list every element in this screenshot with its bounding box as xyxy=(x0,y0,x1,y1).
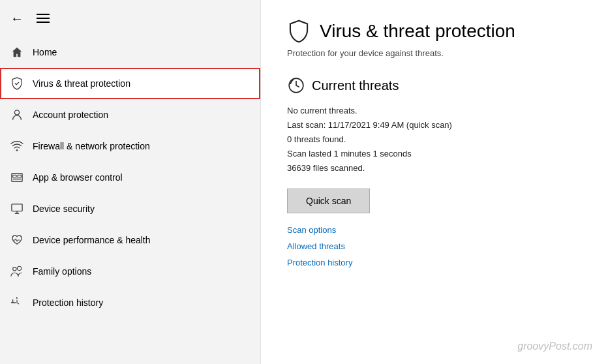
sidebar-item-family[interactable]: Family options xyxy=(0,256,260,287)
svg-point-1 xyxy=(16,149,18,151)
section-title: Current threats xyxy=(312,78,399,93)
hamburger-menu[interactable] xyxy=(37,14,50,23)
sidebar-item-app-label: App & browser control xyxy=(33,172,123,183)
sidebar-item-account[interactable]: Account protection xyxy=(0,99,260,130)
page-title: Virus & threat protection xyxy=(320,21,515,42)
no-threats-text: No current threats. xyxy=(287,104,582,118)
page-header-icon xyxy=(287,20,311,43)
svg-point-0 xyxy=(14,110,19,115)
sidebar-item-home[interactable]: Home xyxy=(0,37,260,68)
sidebar: ← Home Virus & threat prot xyxy=(0,0,261,364)
svg-rect-6 xyxy=(12,204,22,211)
sidebar-item-performance[interactable]: Device performance & health xyxy=(0,224,260,256)
sidebar-item-app[interactable]: App & browser control xyxy=(0,162,260,193)
sidebar-item-device[interactable]: Device security xyxy=(0,193,260,224)
sidebar-item-virus-label: Virus & threat protection xyxy=(33,78,130,89)
section-header: Current threats xyxy=(287,76,582,95)
back-button[interactable]: ← xyxy=(10,12,23,25)
monitor-icon xyxy=(10,202,23,215)
browser-icon xyxy=(10,171,23,184)
sidebar-item-performance-label: Device performance & health xyxy=(33,235,151,245)
page-subtitle: Protection for your device against threa… xyxy=(287,48,582,58)
last-scan-text: Last scan: 11/17/2021 9:49 AM (quick sca… xyxy=(287,118,582,132)
wifi-icon xyxy=(10,140,23,153)
scan-duration-text: Scan lasted 1 minutes 1 seconds xyxy=(287,147,582,161)
family-icon xyxy=(10,265,23,278)
sidebar-item-firewall[interactable]: Firewall & network protection xyxy=(0,130,260,162)
page-header: Virus & threat protection xyxy=(287,20,582,43)
threats-found-text: 0 threats found. xyxy=(287,132,582,147)
shield-icon xyxy=(10,77,23,90)
sidebar-item-history[interactable]: Protection history xyxy=(0,287,260,318)
heart-icon xyxy=(10,234,23,247)
svg-rect-5 xyxy=(18,175,21,177)
protection-history-link[interactable]: Protection history xyxy=(287,258,582,267)
files-scanned-text: 36639 files scanned. xyxy=(287,161,582,175)
section-icon xyxy=(287,76,305,95)
sidebar-item-family-label: Family options xyxy=(33,266,91,277)
svg-point-7 xyxy=(13,267,16,271)
scan-options-link[interactable]: Scan options xyxy=(287,225,582,235)
sidebar-top: ← xyxy=(0,5,260,30)
sidebar-item-history-label: Protection history xyxy=(33,297,103,308)
sidebar-item-home-label: Home xyxy=(33,47,57,57)
house-icon xyxy=(10,46,23,59)
main-wrapper: Virus & threat protection Protection for… xyxy=(261,0,608,364)
svg-rect-3 xyxy=(13,175,16,177)
watermark: groovyPost.com xyxy=(517,341,592,352)
main-content: Virus & threat protection Protection for… xyxy=(261,0,608,364)
sidebar-item-device-label: Device security xyxy=(33,204,95,214)
nav-items: Home Virus & threat protection Account p… xyxy=(0,37,260,318)
sidebar-item-account-label: Account protection xyxy=(33,110,108,120)
allowed-threats-link[interactable]: Allowed threats xyxy=(287,241,582,251)
quick-scan-button[interactable]: Quick scan xyxy=(287,189,370,213)
sidebar-item-virus[interactable]: Virus & threat protection xyxy=(0,68,260,99)
threat-info: No current threats. Last scan: 11/17/202… xyxy=(287,104,582,175)
history-icon xyxy=(10,296,23,309)
sidebar-item-firewall-label: Firewall & network protection xyxy=(33,141,150,151)
svg-rect-4 xyxy=(13,179,22,179)
person-icon xyxy=(10,108,23,121)
svg-point-8 xyxy=(17,266,21,270)
